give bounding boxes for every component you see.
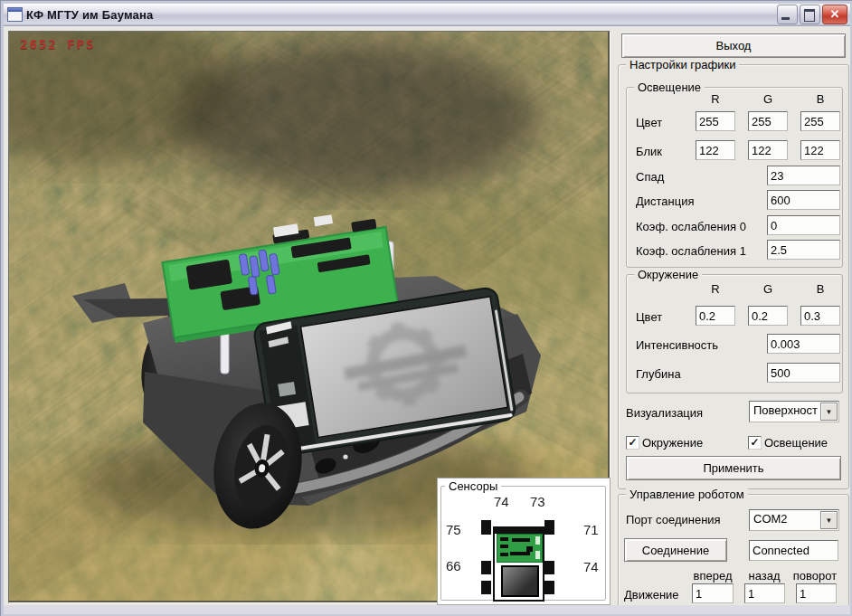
topview-wheel-left-3	[481, 581, 491, 594]
ambient-color-label: Цвет	[636, 310, 662, 324]
connection-status-field[interactable]	[749, 540, 838, 561]
connect-button[interactable]: Соединение	[624, 538, 727, 562]
window-title: КФ МГТУ им Баумана	[26, 8, 154, 22]
ambient-checkbox-label[interactable]: Окружение	[642, 436, 703, 450]
topview-wheel-left-2	[481, 561, 491, 574]
sensors-panel: Сенсоры 74 73 75 71 66 74	[437, 478, 611, 605]
apply-button[interactable]: Применить	[626, 456, 841, 480]
valley-shadow	[176, 41, 538, 194]
robot-control-group: Управление роботом Порт соединения COM2 …	[618, 494, 849, 610]
ambient-checkbox[interactable]: ✓	[626, 436, 639, 450]
lighting-specular-r-input[interactable]	[696, 140, 735, 160]
close-icon: ✕	[830, 7, 840, 21]
lighting-group: Освещение R G B Цвет Блик Спад Дистанция…	[626, 87, 843, 268]
motion-turn-input[interactable]	[796, 583, 837, 603]
port-label: Порт соединения	[626, 513, 721, 526]
depth-input[interactable]	[767, 363, 840, 383]
lighting-header-r: R	[696, 92, 735, 106]
motion-header-turn: поворот	[790, 569, 839, 583]
sensor-value-left-rear: 66	[446, 558, 461, 573]
topview-wheel-left-1	[481, 520, 491, 535]
motion-backward-input[interactable]	[744, 583, 785, 603]
exit-button[interactable]: Выход	[621, 33, 846, 58]
lighting-color-b-input[interactable]	[800, 111, 840, 131]
lighting-color-g-input[interactable]	[748, 111, 788, 131]
lighting-color-r-input[interactable]	[696, 111, 735, 131]
app-window: КФ МГТУ им Баумана ✕	[0, 0, 852, 616]
lighting-specular-g-input[interactable]	[748, 140, 788, 160]
port-select[interactable]: COM2 ▼	[749, 509, 839, 531]
sensor-value-left-front: 75	[446, 522, 461, 537]
lighting-header-g: G	[748, 92, 788, 106]
visualization-label: Визуализация	[626, 406, 703, 420]
lighting-color-label: Цвет	[636, 116, 662, 129]
robot-control-title: Управление роботом	[626, 488, 748, 501]
robot-topview-pcb	[497, 534, 543, 563]
title-bar[interactable]: КФ МГТУ им Баумана ✕	[4, 4, 850, 26]
fps-counter: 2652 FPS	[20, 37, 95, 52]
app-icon	[7, 7, 23, 22]
sensor-value-right-rear: 74	[583, 559, 599, 574]
lighting-specular-b-input[interactable]	[800, 140, 840, 160]
visualization-dropdown-arrow-icon[interactable]: ▼	[820, 403, 838, 421]
falloff-label: Спад	[636, 170, 664, 184]
intensity-input[interactable]	[767, 334, 840, 354]
ambient-header-g: G	[748, 282, 788, 296]
intensity-label: Интенсивность	[636, 338, 718, 352]
topview-wheel-right-2	[544, 561, 554, 574]
maximize-button[interactable]	[800, 5, 820, 24]
ambient-color-r-input[interactable]	[696, 306, 735, 326]
lighting-checkbox-label[interactable]: Освещение	[764, 436, 828, 450]
sensors-title: Сенсоры	[445, 479, 501, 493]
visualization-value: Поверхност	[753, 403, 818, 417]
ambient-color-b-input[interactable]	[800, 306, 840, 326]
motion-label: Движение	[624, 588, 679, 602]
minimize-icon	[781, 17, 790, 20]
ambient-title: Окружение	[634, 268, 702, 281]
topview-wheel-right-3	[544, 581, 554, 594]
port-dropdown-arrow-icon[interactable]: ▼	[820, 511, 838, 529]
ambient-group: Окружение R G B Цвет Интенсивность Глуби…	[626, 274, 843, 393]
distance-label: Дистанция	[636, 194, 695, 208]
topview-wheel-right-1	[544, 520, 554, 535]
ambient-color-g-input[interactable]	[748, 306, 788, 326]
lighting-title: Освещение	[634, 81, 705, 94]
depth-label: Глубина	[636, 367, 681, 381]
attenuation1-input[interactable]	[767, 240, 840, 260]
visualization-select[interactable]: Поверхност ▼	[749, 401, 839, 422]
graphics-settings-title: Настройки графики	[626, 58, 739, 71]
control-panel: Выход Настройки графики Освещение R G B …	[616, 31, 851, 610]
motion-forward-input[interactable]	[692, 583, 734, 603]
motion-header-forward: вперед	[690, 569, 735, 583]
window-controls: ✕	[775, 5, 850, 24]
minimize-button[interactable]	[777, 5, 798, 24]
lighting-checkbox[interactable]: ✓	[748, 436, 762, 450]
lighting-header-b: B	[800, 92, 840, 106]
attenuation0-input[interactable]	[767, 215, 840, 235]
attenuation1-label: Коэф. ослабления 1	[636, 244, 746, 258]
maximize-icon	[804, 9, 815, 22]
falloff-input[interactable]	[767, 166, 840, 185]
graphics-settings-group: Настройки графики Освещение R G B Цвет Б…	[618, 64, 849, 489]
sensor-value-front-right: 73	[530, 494, 545, 509]
distance-input[interactable]	[767, 190, 840, 210]
checkmark-icon: ✓	[628, 436, 637, 449]
checkmark-icon: ✓	[750, 436, 759, 449]
ambient-header-b: B	[800, 282, 840, 296]
sensor-value-front-left: 74	[494, 494, 509, 509]
close-button[interactable]: ✕	[822, 5, 847, 24]
ambient-header-r: R	[696, 282, 735, 296]
sensor-value-right-front: 71	[583, 522, 599, 537]
window-bottom-border	[4, 605, 850, 614]
motion-header-backward: назад	[743, 569, 786, 583]
port-value: COM2	[753, 512, 788, 526]
attenuation0-label: Коэф. ослабления 0	[636, 220, 746, 233]
lighting-specular-label: Блик	[636, 145, 662, 158]
robot-topview-screen	[501, 565, 539, 597]
